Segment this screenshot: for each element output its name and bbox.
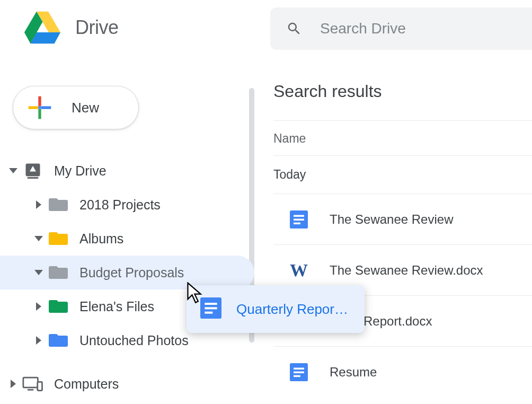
svg-rect-20 xyxy=(205,303,217,305)
file-name: The Sewanee Review.docx xyxy=(330,263,483,278)
file-name: Report.docx xyxy=(363,314,432,329)
file-row[interactable]: Resume xyxy=(273,346,532,397)
chevron-down-icon[interactable] xyxy=(33,270,45,275)
chevron-right-icon[interactable] xyxy=(33,302,45,311)
chevron-right-icon[interactable] xyxy=(33,200,45,209)
tree-item-budget-proposals[interactable]: Budget Proposals xyxy=(0,256,254,289)
tree-label: Untouched Photos xyxy=(79,333,248,348)
new-button-label: New xyxy=(72,100,99,116)
folder-icon xyxy=(48,265,69,280)
svg-rect-4 xyxy=(38,106,41,109)
tree-label: 2018 Projects xyxy=(79,197,248,213)
svg-rect-13 xyxy=(294,218,304,220)
section-today: Today xyxy=(273,155,532,194)
chevron-right-icon[interactable] xyxy=(33,336,45,345)
tree-label: Computers xyxy=(54,376,254,392)
chevron-right-icon[interactable] xyxy=(7,380,19,388)
file-name: Resume xyxy=(330,365,377,380)
file-name: The Sewanee Review xyxy=(330,212,453,227)
file-row[interactable]: The Sewanee Review xyxy=(273,194,532,244)
drag-file-label: Quarterly Repor… xyxy=(236,301,348,318)
svg-rect-14 xyxy=(294,222,300,224)
tree-label: Budget Proposals xyxy=(79,265,248,280)
svg-rect-12 xyxy=(294,215,304,216)
svg-rect-6 xyxy=(28,177,39,179)
app-title: Drive xyxy=(75,16,119,39)
svg-rect-21 xyxy=(205,307,217,309)
drive-root-icon xyxy=(22,161,43,180)
svg-rect-10 xyxy=(38,382,42,390)
svg-rect-17 xyxy=(294,371,304,373)
page-title: Search results xyxy=(273,82,532,101)
tree-label: My Drive xyxy=(54,163,248,179)
chevron-down-icon[interactable] xyxy=(33,236,45,241)
column-header-name[interactable]: Name xyxy=(273,120,532,155)
tree-root-my-drive[interactable]: My Drive xyxy=(0,154,254,188)
search-bar[interactable] xyxy=(270,7,532,50)
tree-item-albums[interactable]: Albums xyxy=(0,222,254,256)
new-button[interactable]: New xyxy=(13,86,139,129)
folder-icon xyxy=(48,197,69,213)
plus-icon xyxy=(27,95,52,120)
main-content: Search results Name Today The Sewanee Re… xyxy=(254,55,532,401)
chevron-down-icon[interactable] xyxy=(7,168,19,173)
svg-rect-1 xyxy=(38,109,41,119)
tree-label: Albums xyxy=(79,231,248,247)
tree-item-computers[interactable]: Computers xyxy=(0,367,254,401)
folder-icon xyxy=(48,298,69,314)
sidebar: New My Drive 2018 Projects xyxy=(0,55,254,401)
folder-icon xyxy=(48,231,69,247)
svg-rect-18 xyxy=(294,375,300,376)
cursor-icon xyxy=(187,282,205,306)
tree-item-2018-projects[interactable]: 2018 Projects xyxy=(0,188,254,222)
svg-rect-22 xyxy=(205,312,212,314)
svg-rect-2 xyxy=(29,106,39,109)
folder-icon xyxy=(48,332,69,348)
svg-rect-0 xyxy=(38,96,41,107)
search-input[interactable] xyxy=(320,20,511,37)
svg-rect-3 xyxy=(41,106,51,109)
devices-icon xyxy=(22,376,43,392)
svg-rect-16 xyxy=(294,367,304,369)
drag-preview: Quarterly Repor… xyxy=(187,285,365,333)
word-doc-icon: W xyxy=(288,260,309,280)
search-icon xyxy=(286,21,302,37)
drive-logo-icon xyxy=(23,11,61,45)
google-doc-icon xyxy=(288,363,309,381)
google-doc-icon xyxy=(288,210,309,229)
svg-rect-8 xyxy=(23,377,38,388)
